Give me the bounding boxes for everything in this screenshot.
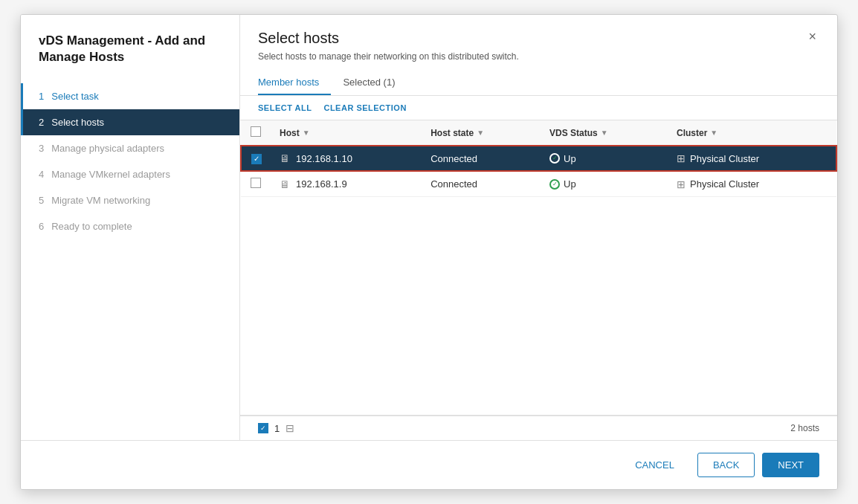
hosts-table: Host ▼ Host state ▼ bbox=[240, 120, 837, 197]
select-all-button[interactable]: SELECT ALL bbox=[258, 103, 312, 112]
content-header-top: Select hosts × bbox=[258, 30, 819, 51]
step5-label: Migrate VM networking bbox=[51, 195, 150, 206]
vds-status-sort-icon: ▼ bbox=[601, 129, 608, 137]
th-host-state[interactable]: Host state ▼ bbox=[422, 120, 541, 146]
cluster-icon: ⊞ bbox=[677, 178, 686, 190]
status-up-icon bbox=[549, 153, 560, 164]
step1-num: 1 bbox=[39, 91, 44, 102]
host-server-icon: 🖥 bbox=[280, 152, 290, 164]
table-body: ✓ 🖥 192.168.1.10 Connected bbox=[241, 146, 836, 197]
table-actions: SELECT ALL CLEAR SELECTION bbox=[240, 96, 837, 120]
sidebar-item-select-hosts[interactable]: 2 Select hosts bbox=[21, 109, 239, 135]
row2-cluster: ⊞ Physical Cluster bbox=[668, 171, 836, 197]
host-state-sort-icon: ▼ bbox=[477, 129, 484, 137]
table-wrapper: Host ▼ Host state ▼ bbox=[240, 120, 837, 416]
table-row[interactable]: 🖥 192.168.1.9 Connected Up bbox=[241, 171, 836, 197]
row2-checkbox[interactable] bbox=[251, 178, 261, 188]
row2-vds-status: Up bbox=[541, 171, 668, 197]
status-up-icon bbox=[549, 179, 560, 190]
sidebar-item-migrate-vm: 5 Migrate VM networking bbox=[21, 187, 239, 213]
tabs: Member hosts Selected (1) bbox=[258, 71, 819, 95]
row1-checkbox-cell: ✓ bbox=[241, 146, 271, 171]
footer-checkbox[interactable]: ✓ bbox=[258, 423, 268, 433]
tab-member-hosts[interactable]: Member hosts bbox=[258, 71, 331, 95]
row1-checkbox[interactable]: ✓ bbox=[251, 154, 262, 164]
content-header: Select hosts × Select hosts to manage th… bbox=[240, 15, 837, 96]
dialog-body: vDS Management - Add and Manage Hosts 1 … bbox=[21, 15, 837, 440]
row1-host-state: Connected bbox=[422, 146, 541, 171]
th-cluster[interactable]: Cluster ▼ bbox=[668, 120, 836, 146]
host-server-icon: 🖥 bbox=[280, 178, 290, 190]
th-vds-status[interactable]: VDS Status ▼ bbox=[541, 120, 668, 146]
step5-num: 5 bbox=[39, 195, 44, 206]
sidebar-item-select-task[interactable]: 1 Select task bbox=[21, 83, 239, 109]
row1-cluster: ⊞ Physical Cluster bbox=[668, 146, 836, 171]
footer-selected-count: 1 bbox=[274, 423, 280, 434]
row2-host-cell: 🖥 192.168.1.9 bbox=[271, 171, 422, 197]
content-panel: Select hosts × Select hosts to manage th… bbox=[240, 15, 837, 440]
footer-total-hosts: 2 hosts bbox=[790, 423, 819, 433]
back-button[interactable]: BACK bbox=[697, 453, 755, 477]
cluster-icon: ⊞ bbox=[677, 152, 686, 164]
column-settings-icon[interactable]: ⊟ bbox=[286, 422, 294, 434]
step3-label: Manage physical adapters bbox=[51, 143, 164, 154]
table-footer: ✓ 1 ⊟ 2 hosts bbox=[240, 416, 837, 440]
step6-label: Ready to complete bbox=[51, 221, 132, 232]
row2-host-state: Connected bbox=[422, 171, 541, 197]
step4-num: 4 bbox=[39, 169, 44, 180]
step2-num: 2 bbox=[39, 117, 44, 128]
close-button[interactable]: × bbox=[805, 30, 819, 43]
next-button[interactable]: NEXT bbox=[762, 453, 819, 477]
table-header: Host ▼ Host state ▼ bbox=[241, 120, 836, 146]
th-checkbox bbox=[241, 120, 271, 146]
content-title: Select hosts bbox=[258, 30, 339, 47]
content-subtitle: Select hosts to manage their networking … bbox=[258, 51, 819, 62]
step6-num: 6 bbox=[39, 221, 44, 232]
dialog: vDS Management - Add and Manage Hosts 1 … bbox=[20, 14, 838, 490]
table-row[interactable]: ✓ 🖥 192.168.1.10 Connected bbox=[241, 146, 836, 171]
sidebar-title: vDS Management - Add and Manage Hosts bbox=[21, 33, 239, 83]
dialog-footer: CANCEL BACK NEXT bbox=[21, 440, 837, 489]
step2-label: Select hosts bbox=[51, 117, 104, 128]
row1-host-cell: 🖥 192.168.1.10 bbox=[271, 146, 422, 171]
step1-label: Select task bbox=[51, 91, 99, 102]
select-all-checkbox[interactable] bbox=[251, 126, 261, 137]
th-host[interactable]: Host ▼ bbox=[271, 120, 422, 146]
table-area: SELECT ALL CLEAR SELECTION bbox=[240, 96, 837, 440]
sidebar-item-manage-physical: 3 Manage physical adapters bbox=[21, 135, 239, 161]
step3-num: 3 bbox=[39, 143, 44, 154]
sidebar-item-manage-vmkernel: 4 Manage VMkernel adapters bbox=[21, 161, 239, 187]
clear-selection-button[interactable]: CLEAR SELECTION bbox=[323, 103, 406, 112]
row2-checkbox-cell bbox=[241, 171, 271, 197]
row1-vds-status: Up bbox=[541, 146, 668, 171]
sidebar-item-ready: 6 Ready to complete bbox=[21, 213, 239, 239]
host-sort-icon: ▼ bbox=[303, 129, 310, 137]
cluster-sort-icon: ▼ bbox=[710, 129, 717, 137]
cancel-button[interactable]: CANCEL bbox=[619, 453, 690, 477]
sidebar: vDS Management - Add and Manage Hosts 1 … bbox=[21, 15, 240, 440]
step4-label: Manage VMkernel adapters bbox=[51, 169, 170, 180]
tab-selected[interactable]: Selected (1) bbox=[343, 71, 407, 95]
